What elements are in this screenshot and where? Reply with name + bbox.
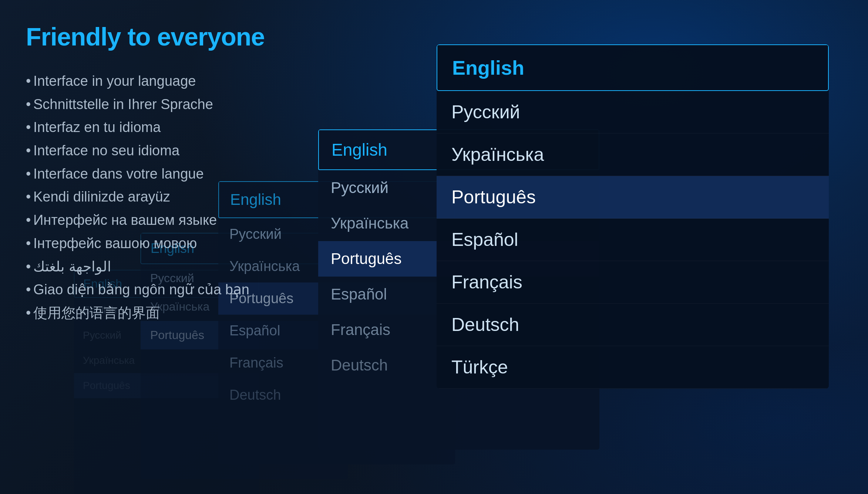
- dropdown-item-german[interactable]: Deutsch: [437, 304, 829, 346]
- dropdown-selected-item[interactable]: English: [437, 44, 829, 91]
- language-dropdown-main[interactable]: English Русский Українська Português Esp…: [437, 44, 829, 389]
- dropdown-item-french[interactable]: Français: [437, 261, 829, 304]
- dropdown-item-portuguese[interactable]: Português: [437, 176, 829, 219]
- dropdown-item-russian[interactable]: Русский: [437, 91, 829, 133]
- dropdown-item-ukrainian[interactable]: Українська: [437, 133, 829, 176]
- dropdown-item-spanish[interactable]: Español: [437, 219, 829, 261]
- dropdown-item-turkish[interactable]: Türkçe: [437, 346, 829, 389]
- dropdown-selected-label: English: [452, 57, 524, 79]
